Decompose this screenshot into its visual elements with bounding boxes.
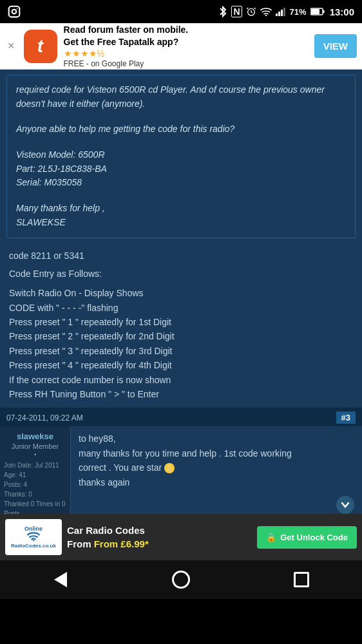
svg-point-1 (12, 10, 17, 14)
bottom-ad-banner: Online RadioCodes.co.uk Car Radio Codes … (0, 514, 362, 560)
post3-line2: many thanks for you time and help . 1st … (79, 446, 354, 460)
post3-rank: Junior Member (4, 442, 66, 450)
svg-rect-9 (281, 10, 283, 16)
reply-step-3: Press preset " 2 " repeatedly for 2nd Di… (9, 329, 353, 343)
reply-step-7: Press RH Tuning Button " > " to Enter (9, 387, 353, 401)
reply-entry-title: Code Entry as Follows: (9, 267, 353, 281)
time-display: 13:00 (330, 6, 354, 17)
post-part: Part: 2L5J-18C838-BA (16, 162, 346, 176)
original-post-block: required code for Visteon 6500R cd Playe… (6, 75, 356, 238)
post3-timestamp: 07-24-2011, 09:22 AM (6, 413, 83, 422)
ad-text-block: Read forum faster on mobile.Get the Free… (64, 24, 308, 68)
navigation-bar (0, 560, 362, 599)
reply-step-4: Press preset " 3 " repeatedly for 3rd Di… (9, 344, 353, 358)
logo-wifi-icon (26, 532, 41, 543)
content-area: required code for Visteon 6500R cd Playe… (0, 70, 362, 514)
recent-icon (294, 572, 309, 587)
nfc-icon: N (231, 6, 242, 17)
post3-rank-dots: • (4, 451, 66, 458)
svg-line-5 (254, 8, 255, 9)
unlock-btn-label: Get Unlock Code (280, 533, 348, 542)
signal-icon (276, 7, 286, 16)
post3-line4: thanks again (79, 475, 354, 489)
scroll-down-indicator[interactable] (336, 496, 354, 514)
ad-banner: × t Read forum faster on mobile.Get the … (0, 23, 362, 70)
tapatalk-logo: t (24, 30, 57, 63)
svg-line-4 (247, 8, 248, 9)
svg-rect-10 (283, 8, 285, 16)
home-button[interactable] (162, 565, 200, 594)
post3-header: 07-24-2011, 09:22 AM #3 (0, 409, 362, 426)
svg-rect-0 (9, 6, 20, 17)
post3-line1: to hey88, (79, 431, 354, 446)
home-icon (172, 571, 190, 589)
bottom-ad-text: Car Radio Codes From From £6.99* (67, 524, 252, 551)
recent-apps-button[interactable] (282, 565, 321, 594)
post3-username: slawekse (4, 431, 66, 441)
reply-step-2: Press preset " 1 " repeatedly for 1st Di… (9, 315, 353, 329)
post3-meta: Join Date: Jul 2011 Age: 41 Posts: 4 Tha… (4, 460, 66, 514)
svg-rect-7 (276, 14, 278, 16)
reply-block: code 8211 or 5341 Code Entry as Follows:… (0, 243, 362, 408)
battery-percent: 71% (290, 7, 307, 17)
reply-step-6: If the correct code number is now shown (9, 373, 353, 387)
svg-rect-12 (311, 9, 319, 14)
post-serial: Serial: M035058 (16, 176, 346, 190)
ad-view-button[interactable]: VIEW (314, 34, 357, 58)
svg-rect-8 (278, 12, 280, 16)
svg-rect-13 (323, 10, 324, 14)
chevron-down-icon (341, 502, 350, 508)
post-thanks: Many thanks for help , (16, 202, 346, 216)
alarm-icon (246, 6, 256, 17)
logo-text-online: Online (24, 526, 43, 533)
reply-code-line: code 8211 or 5341 (9, 249, 353, 263)
post3-message: to hey88, many thanks for you time and h… (79, 431, 354, 489)
post-model: Visteon Model: 6500R (16, 148, 346, 162)
status-bar: N 71% 13:00 (0, 0, 362, 23)
ad-close-button[interactable]: × (5, 37, 17, 55)
battery-icon (310, 8, 325, 15)
post-body-text: required code for Visteon 6500R cd Playe… (16, 83, 346, 111)
get-unlock-code-button[interactable]: 🔒 Get Unlock Code (257, 526, 357, 549)
svg-point-2 (17, 8, 18, 10)
post3-line3: correct . You are star ☺ (79, 460, 354, 475)
post-name: SLAWEKSE (16, 216, 346, 230)
instagram-icon (8, 5, 21, 18)
status-right: N 71% 13:00 (218, 5, 354, 18)
ad-title: Read forum faster on mobile.Get the Free… (64, 24, 308, 47)
svg-point-14 (33, 540, 35, 542)
post3-content: to hey88, many thanks for you time and h… (71, 426, 362, 514)
post3-number: #3 (336, 412, 356, 424)
logo-text-radiocodes: RadioCodes.co.uk (11, 543, 56, 549)
reply-step-1: CODE with " - - - -" flashing (9, 301, 353, 315)
post3-sidebar: slawekse Junior Member • Join Date: Jul … (0, 426, 71, 514)
bottom-ad-main-text: Car Radio Codes (67, 524, 252, 537)
ad-sub: FREE - on Google Play (64, 59, 308, 68)
reply-step-5: Press preset " 4 " repeatedly for 4th Di… (9, 358, 353, 372)
back-button[interactable] (41, 565, 80, 594)
radio-codes-logo: Online RadioCodes.co.uk (5, 519, 62, 555)
smiley-face: ☺ (164, 463, 175, 473)
post-question: Anyone able to help me getting the code … (16, 122, 346, 137)
back-icon (54, 572, 67, 587)
status-left (8, 5, 21, 18)
lock-icon: 🔒 (266, 533, 276, 542)
bluetooth-icon (218, 5, 227, 18)
svg-point-6 (265, 15, 266, 16)
wifi-icon (260, 7, 272, 16)
bottom-ad-price: From From £6.99* (67, 537, 252, 551)
post3-body: slawekse Junior Member • Join Date: Jul … (0, 426, 362, 514)
ad-stars: ★★★★½ (64, 48, 308, 59)
reply-step-0: Switch Radio On - Display Shows (9, 286, 353, 300)
